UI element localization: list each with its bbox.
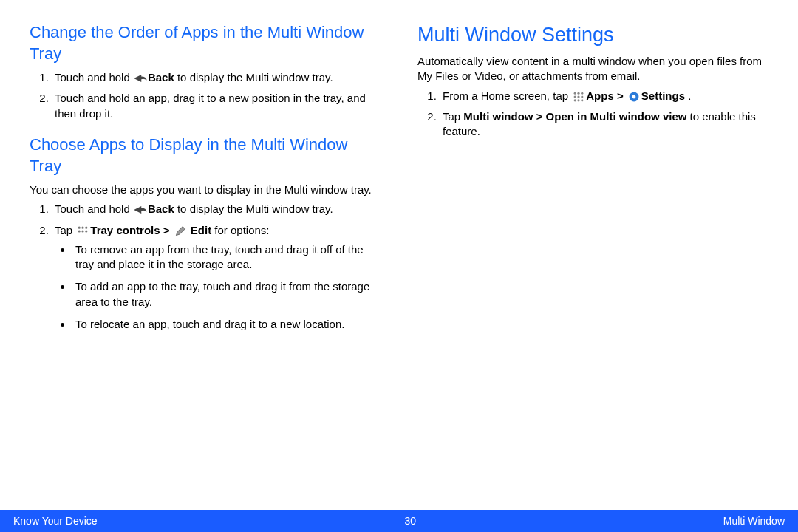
steps-choose-apps: Touch and hold Back to display the Multi… xyxy=(30,202,381,332)
tray-controls-icon xyxy=(75,225,90,237)
step1: Touch and hold Back to display the Multi… xyxy=(52,70,381,85)
svg-point-6 xyxy=(574,92,576,94)
apps-icon xyxy=(571,91,586,103)
intro-choose-apps: You can choose the apps you want to disp… xyxy=(30,183,381,197)
edit-label: Edit xyxy=(188,224,212,236)
footer-right: Multi Window xyxy=(723,515,785,527)
settings-icon xyxy=(627,91,641,103)
steps-change-order: Touch and hold Back to display the Multi… xyxy=(30,70,381,121)
bold-path: Multi window > Open in Multi window view xyxy=(463,110,686,123)
step1: Touch and hold Back to display the Multi… xyxy=(52,202,381,216)
svg-point-0 xyxy=(78,226,81,228)
tray-controls-label: Tray controls > xyxy=(90,224,172,236)
bullet-add: To add an app to the tray, touch and dra… xyxy=(72,279,381,310)
svg-point-7 xyxy=(578,92,580,94)
svg-point-10 xyxy=(578,95,580,98)
text: Touch and hold xyxy=(55,202,133,215)
svg-point-9 xyxy=(574,95,576,98)
options-bullets: To remove an app from the tray, touch an… xyxy=(55,242,381,332)
right-column: Multi Window Settings Automatically view… xyxy=(417,22,768,508)
svg-point-13 xyxy=(578,99,580,101)
bullet-remove: To remove an app from the tray, touch an… xyxy=(72,242,381,273)
footer-page-number: 30 xyxy=(404,515,416,527)
edit-icon xyxy=(173,225,188,237)
left-column: Change the Order of Apps in the Multi Wi… xyxy=(30,22,381,508)
footer-bar: Know Your Device 30 Multi Window xyxy=(0,510,798,532)
svg-point-4 xyxy=(82,230,84,232)
page-body: Change the Order of Apps in the Multi Wi… xyxy=(0,0,798,508)
text: . xyxy=(685,89,691,102)
step1: From a Home screen, tap Apps > Settings … xyxy=(440,89,768,103)
back-icon xyxy=(133,72,148,84)
steps-settings: From a Home screen, tap Apps > Settings … xyxy=(417,89,768,140)
heading-settings: Multi Window Settings xyxy=(417,22,768,48)
text: for options: xyxy=(211,224,269,236)
section-choose-apps: Choose Apps to Display in the Multi Wind… xyxy=(30,134,381,332)
text: Touch and hold xyxy=(55,71,133,83)
back-label: Back xyxy=(148,71,174,83)
svg-point-8 xyxy=(581,92,583,94)
settings-label: Settings xyxy=(641,89,685,102)
back-label: Back xyxy=(148,202,174,215)
svg-point-3 xyxy=(78,230,81,232)
step2: Tap Tray controls > Edit for options: To… xyxy=(52,223,381,332)
text: to display the Multi window tray. xyxy=(174,71,333,83)
section-change-order: Change the Order of Apps in the Multi Wi… xyxy=(30,22,381,121)
back-icon xyxy=(133,204,148,216)
svg-point-14 xyxy=(581,99,583,101)
bullet-relocate: To relocate an app, touch and drag it to… xyxy=(72,317,381,332)
heading-choose-apps: Choose Apps to Display in the Multi Wind… xyxy=(30,134,381,177)
svg-point-11 xyxy=(581,95,583,98)
footer-left: Know Your Device xyxy=(13,515,98,527)
heading-change-order: Change the Order of Apps in the Multi Wi… xyxy=(30,22,381,64)
svg-point-5 xyxy=(86,230,88,232)
text: From a Home screen, tap xyxy=(443,89,571,102)
text: Tap xyxy=(443,110,463,123)
svg-point-16 xyxy=(632,95,635,98)
step2: Tap Multi window > Open in Multi window … xyxy=(440,109,768,140)
svg-point-1 xyxy=(82,226,84,228)
text: to display the Multi window tray. xyxy=(174,202,333,215)
apps-label: Apps > xyxy=(586,89,627,102)
svg-point-2 xyxy=(86,226,88,228)
text: Tap xyxy=(55,224,75,236)
step2: Touch and hold an app, drag it to a new … xyxy=(52,91,381,121)
svg-point-12 xyxy=(574,99,576,101)
intro-settings: Automatically view content in a multi wi… xyxy=(417,54,768,84)
